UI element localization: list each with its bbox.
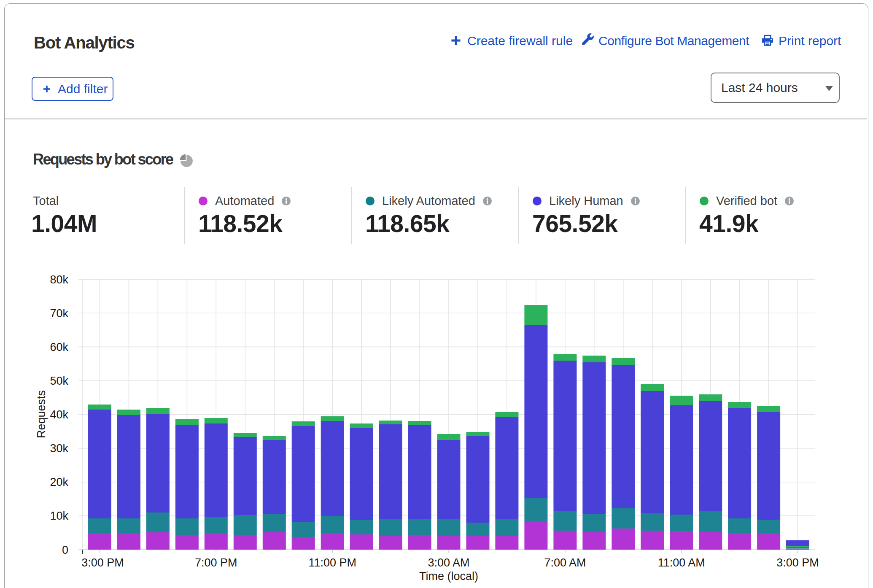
svg-text:20k: 20k (50, 476, 68, 488)
svg-text:3:00 AM: 3:00 AM (428, 556, 469, 569)
svg-text:Time (local): Time (local) (419, 570, 478, 583)
svg-text:70k: 70k (50, 307, 68, 320)
svg-text:11:00 AM: 11:00 AM (658, 556, 705, 569)
svg-text:60k: 60k (50, 341, 68, 353)
svg-text:40k: 40k (50, 408, 68, 421)
svg-text:0: 0 (62, 544, 68, 556)
svg-text:7:00 PM: 7:00 PM (195, 556, 237, 569)
svg-text:10k: 10k (50, 510, 68, 522)
svg-text:7:00 AM: 7:00 AM (544, 556, 586, 569)
svg-text:80k: 80k (50, 273, 68, 286)
svg-text:Requests: Requests (35, 390, 48, 438)
svg-text:30k: 30k (50, 442, 68, 455)
svg-text:11:00 PM: 11:00 PM (308, 556, 356, 569)
svg-text:50k: 50k (50, 375, 68, 387)
svg-text:3:00 PM: 3:00 PM (81, 556, 124, 569)
svg-text:3:00 PM: 3:00 PM (776, 556, 819, 569)
